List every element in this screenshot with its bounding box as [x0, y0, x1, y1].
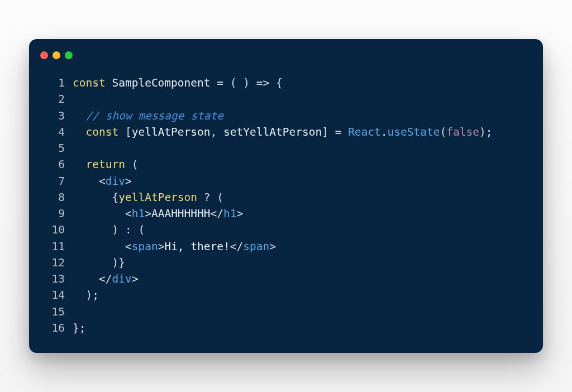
- line-number: 13: [42, 271, 65, 287]
- token: [73, 126, 85, 138]
- token: useState: [388, 126, 440, 138]
- token: [73, 240, 125, 253]
- code-editor[interactable]: 1const SampleComponent = ( ) => {23 // s…: [29, 69, 543, 336]
- token: ] =: [322, 126, 348, 138]
- token: h1: [223, 207, 236, 220]
- code-line: 14 );: [42, 287, 530, 303]
- token: [73, 109, 85, 122]
- token: );: [85, 289, 98, 302]
- line-content: )}: [73, 255, 125, 271]
- line-number: 10: [42, 222, 65, 238]
- line-content: const [yellAtPerson, setYellAtPerson] = …: [73, 124, 492, 140]
- code-line: 11 <span>Hi, there!</span>: [42, 238, 530, 255]
- token: <: [125, 240, 132, 253]
- line-number: 8: [42, 189, 65, 205]
- token: (: [125, 158, 138, 171]
- token: yellAtPerson: [118, 191, 197, 204]
- token: );: [479, 126, 492, 138]
- token: >: [269, 240, 276, 253]
- token: >: [145, 207, 151, 220]
- code-line: 2: [42, 91, 530, 107]
- token: return: [85, 158, 125, 171]
- line-number: 14: [42, 287, 65, 303]
- line-number: 11: [42, 238, 65, 255]
- code-line: 9 <h1>AAAHHHHHH</h1>: [42, 205, 530, 222]
- code-line: 5: [42, 140, 530, 156]
- line-number: 4: [42, 124, 65, 140]
- minimize-icon[interactable]: [53, 51, 60, 59]
- token: [73, 223, 112, 236]
- token: <: [125, 207, 132, 220]
- code-line: 10 ) : (: [42, 222, 530, 238]
- code-line: 6 return (: [42, 156, 530, 173]
- token: [73, 175, 99, 188]
- token: [: [118, 126, 131, 138]
- code-line: 7 <div>: [42, 173, 530, 189]
- line-number: 3: [42, 108, 65, 124]
- token: ? (: [197, 191, 223, 204]
- code-line: 1const SampleComponent = ( ) => {: [42, 75, 530, 91]
- line-content: ) : (: [73, 222, 145, 238]
- token: >: [125, 175, 132, 188]
- token: .: [381, 126, 388, 138]
- line-content: return (: [73, 156, 138, 173]
- code-window: 1const SampleComponent = ( ) => {23 // s…: [29, 39, 543, 353]
- token: </: [99, 273, 112, 285]
- token: [73, 207, 125, 220]
- token: AAAHHHHHH: [151, 207, 211, 220]
- token: React: [348, 126, 381, 138]
- line-number: 2: [42, 91, 65, 107]
- line-number: 1: [42, 75, 65, 91]
- token: SampleComponent: [106, 77, 217, 89]
- code-line: 16};: [42, 320, 530, 336]
- line-number: 12: [42, 255, 65, 271]
- token: => {: [256, 77, 283, 89]
- token: [73, 191, 112, 204]
- line-number: 15: [42, 304, 65, 320]
- token: )}: [112, 256, 125, 269]
- line-content: <div>: [73, 173, 132, 189]
- token: setYellAtPerson: [223, 126, 322, 138]
- token: [73, 256, 112, 269]
- token: {: [112, 191, 118, 204]
- line-content: const SampleComponent = ( ) => {: [73, 75, 283, 91]
- token: false: [446, 126, 479, 138]
- code-line: 15: [42, 304, 530, 320]
- line-number: 5: [42, 140, 65, 156]
- token: span: [132, 240, 158, 253]
- token: yellAtPerson: [132, 126, 211, 138]
- token: </: [230, 240, 243, 253]
- token: >: [158, 240, 165, 253]
- token: Hi, there!: [164, 240, 230, 253]
- line-content: </div>: [73, 271, 138, 287]
- line-content: );: [73, 287, 99, 303]
- line-content: // show message state: [73, 108, 223, 124]
- code-line: 13 </div>: [42, 271, 530, 287]
- close-icon[interactable]: [40, 51, 48, 59]
- line-content: };: [73, 320, 85, 336]
- token: div: [112, 273, 131, 285]
- token: ) : (: [112, 223, 145, 236]
- token: >: [237, 207, 244, 220]
- token: [73, 289, 85, 302]
- line-number: 9: [42, 205, 65, 222]
- code-line: 12 )}: [42, 255, 530, 271]
- line-content: <span>Hi, there!</span>: [73, 238, 276, 255]
- token: </: [211, 207, 223, 220]
- line-number: 6: [42, 156, 65, 173]
- token: // show message state: [85, 109, 223, 122]
- code-line: 3 // show message state: [42, 108, 530, 124]
- maximize-icon[interactable]: [65, 51, 73, 59]
- line-content: <h1>AAAHHHHHH</h1>: [73, 205, 243, 222]
- token: div: [106, 175, 125, 188]
- token: const: [85, 126, 118, 138]
- window-titlebar: [29, 51, 543, 69]
- token: <: [99, 175, 106, 188]
- token: [73, 273, 99, 285]
- token: = ( ): [217, 77, 256, 89]
- line-number: 7: [42, 173, 65, 189]
- line-content: {yellAtPerson ? (: [73, 189, 223, 205]
- token: };: [73, 322, 85, 334]
- token: ,: [211, 126, 223, 138]
- token: >: [132, 273, 139, 285]
